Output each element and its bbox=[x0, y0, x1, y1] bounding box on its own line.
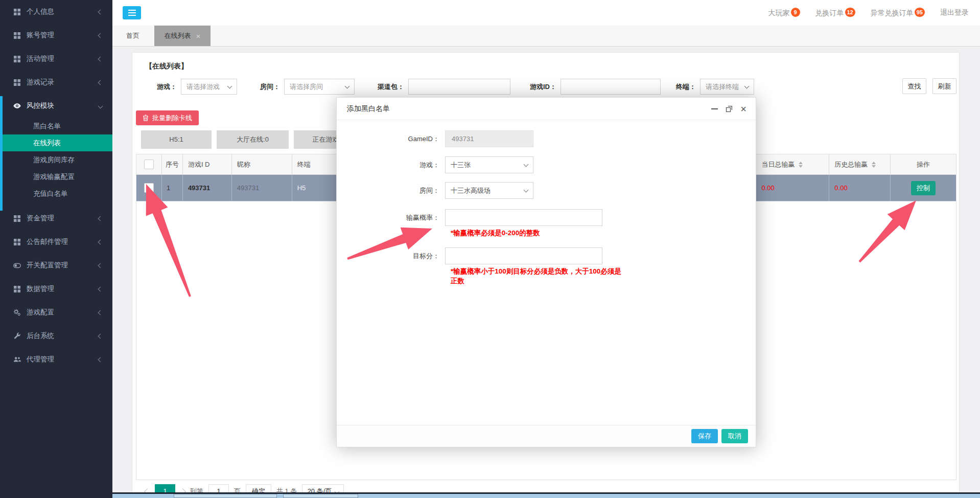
gameid-filter-label: 游戏ID： bbox=[530, 82, 556, 92]
grid-icon bbox=[13, 239, 21, 245]
abnormal-exchange-orders-badge: 95 bbox=[915, 8, 925, 17]
sidebar-item-activity-mgmt[interactable]: 活动管理 bbox=[0, 47, 112, 71]
chevron-down-icon bbox=[524, 187, 529, 192]
header-action: 操作 bbox=[891, 154, 956, 174]
chevron-left-icon bbox=[98, 310, 103, 315]
target-score-hint: *输赢概率小于100则目标分必须是负数，大于100必须是正数 bbox=[451, 266, 622, 286]
chevron-down-icon bbox=[98, 103, 103, 108]
sidebar-item-recharge-whitelist[interactable]: 充值白名单 bbox=[0, 185, 112, 202]
sidebar-item-label: 公告邮件管理 bbox=[27, 237, 99, 246]
close-icon[interactable]: × bbox=[740, 105, 746, 112]
grid-icon bbox=[13, 32, 21, 39]
header-nickname: 昵称 bbox=[232, 154, 292, 174]
modal-gameid-row: GameID： 493731 bbox=[337, 130, 756, 147]
chevron-left-icon bbox=[98, 33, 103, 38]
row-checkbox[interactable] bbox=[144, 183, 154, 193]
tab-online-list[interactable]: 在线列表 × bbox=[154, 26, 211, 46]
sidebar-item-label: 后台系统 bbox=[27, 331, 99, 341]
channel-input[interactable] bbox=[408, 79, 510, 95]
cell-index: 1 bbox=[162, 175, 183, 201]
big-player-link[interactable]: 大玩家9 bbox=[768, 8, 800, 18]
sort-icon[interactable] bbox=[872, 162, 876, 168]
minimize-icon[interactable] bbox=[711, 108, 718, 109]
winloss-prob-label: 输赢概率： bbox=[337, 213, 445, 222]
sidebar-item-account-mgmt[interactable]: 账号管理 bbox=[0, 24, 112, 47]
gameid-input[interactable] bbox=[561, 79, 661, 95]
wrench-icon bbox=[13, 332, 21, 339]
risk-control-submenu: 黑白名单 在线列表 游戏房间库存 游戏输赢配置 充值白名单 bbox=[0, 118, 112, 202]
sidebar-item-mail-notice-mgmt[interactable]: 公告邮件管理 bbox=[0, 230, 112, 254]
control-button[interactable]: 控制 bbox=[911, 181, 936, 195]
header-history-total-label: 历史总输赢 bbox=[834, 160, 868, 169]
cell-action: 控制 bbox=[891, 175, 956, 201]
topbar: 大玩家9 兑换订单12 异常兑换订单95 退出登录 bbox=[112, 0, 980, 26]
sidebar-active-stripe bbox=[0, 96, 3, 211]
header-history-total[interactable]: 历史总输赢 bbox=[829, 154, 891, 174]
topbar-links: 大玩家9 兑换订单12 异常兑换订单95 退出登录 bbox=[768, 0, 969, 26]
stat-tab-h5[interactable]: H5:1 bbox=[141, 130, 212, 149]
save-button[interactable]: 保存 bbox=[691, 429, 718, 443]
target-score-input[interactable] bbox=[445, 247, 602, 264]
sidebar-item-game-room-stock[interactable]: 游戏房间库存 bbox=[0, 151, 112, 168]
trash-icon bbox=[143, 115, 149, 121]
big-player-badge: 9 bbox=[791, 8, 800, 17]
grid-icon bbox=[13, 215, 21, 222]
sidebar-item-data-mgmt[interactable]: 数据管理 bbox=[0, 277, 112, 301]
sidebar-toggle-button[interactable] bbox=[123, 6, 141, 19]
game-select[interactable]: 十三张 bbox=[445, 156, 533, 173]
sidebar-item-backend-system[interactable]: 后台系统 bbox=[0, 324, 112, 348]
tab-label: 在线列表 bbox=[165, 31, 191, 40]
chevron-left-icon bbox=[98, 56, 103, 61]
sidebar-item-black-white-list[interactable]: 黑白名单 bbox=[0, 118, 112, 134]
modal-target-row: 目标分： bbox=[337, 247, 756, 264]
header-checkbox-cell bbox=[136, 154, 162, 174]
sidebar-item-label: 开关配置管理 bbox=[27, 261, 99, 270]
taskbar-window-thumb bbox=[283, 494, 358, 498]
sidebar-item-switch-config-mgmt[interactable]: 开关配置管理 bbox=[0, 254, 112, 277]
sidebar-item-game-records[interactable]: 游戏记录 bbox=[0, 71, 112, 94]
taskbar-edge-blue bbox=[0, 494, 980, 498]
terminal-filter-label: 终端： bbox=[676, 82, 696, 92]
header-today-total-label: 当日总输赢 bbox=[761, 160, 795, 169]
modal-prob-row: 输赢概率： bbox=[337, 209, 756, 226]
modal-title: 添加黑白名单 bbox=[337, 98, 756, 120]
cancel-button[interactable]: 取消 bbox=[721, 429, 748, 443]
select-all-checkbox[interactable] bbox=[144, 160, 154, 169]
sort-icon[interactable] bbox=[799, 162, 803, 168]
sidebar-item-funds-mgmt[interactable]: 资金管理 bbox=[0, 207, 112, 230]
room-label: 房间： bbox=[337, 186, 445, 195]
winloss-prob-input[interactable] bbox=[445, 209, 602, 226]
refresh-button[interactable]: 刷新 bbox=[932, 78, 956, 94]
close-icon[interactable]: × bbox=[196, 32, 201, 40]
sidebar-item-risk-control[interactable]: 风控模块 bbox=[0, 94, 112, 118]
room-select-value: 十三水高级场 bbox=[451, 186, 491, 195]
taskbar-window-thumb bbox=[174, 494, 277, 498]
room-select-value: 请选择房间 bbox=[290, 82, 323, 92]
header-today-total[interactable]: 当日总输赢 bbox=[756, 154, 829, 174]
sidebar-item-agent-mgmt[interactable]: 代理管理 bbox=[0, 348, 112, 371]
chevron-left-icon bbox=[98, 357, 103, 362]
batch-delete-button[interactable]: 批量删除卡线 bbox=[136, 110, 199, 125]
sidebar-item-game-config[interactable]: 游戏配置 bbox=[0, 301, 112, 324]
game-select-value: 十三张 bbox=[451, 161, 471, 170]
sidebar-item-online-list[interactable]: 在线列表 bbox=[0, 134, 112, 151]
room-select[interactable]: 请选择房间 bbox=[284, 79, 355, 95]
maximize-icon[interactable] bbox=[726, 105, 733, 112]
chevron-down-icon bbox=[345, 83, 350, 88]
sidebar-item-game-winloss-config[interactable]: 游戏输赢配置 bbox=[0, 168, 112, 185]
terminal-select[interactable]: 请选择终端 bbox=[700, 79, 754, 95]
abnormal-exchange-orders-label: 异常兑换订单 bbox=[871, 9, 914, 17]
tab-home[interactable]: 首页 bbox=[112, 26, 153, 46]
logout-link[interactable]: 退出登录 bbox=[940, 8, 969, 17]
grid-icon bbox=[13, 56, 21, 62]
sidebar-item-personal-info[interactable]: 个人信息 bbox=[0, 0, 112, 24]
room-select[interactable]: 十三水高级场 bbox=[445, 182, 533, 199]
abnormal-exchange-orders-link[interactable]: 异常兑换订单95 bbox=[871, 8, 925, 18]
exchange-orders-link[interactable]: 兑换订单12 bbox=[815, 8, 855, 18]
target-score-label: 目标分： bbox=[337, 252, 445, 261]
sidebar-item-label: 资金管理 bbox=[27, 214, 99, 223]
stat-tab-lobby-online[interactable]: 大厅在线:0 bbox=[217, 130, 289, 149]
game-select[interactable]: 请选择游戏 bbox=[181, 79, 237, 95]
sidebar-item-label: 代理管理 bbox=[27, 355, 99, 364]
search-button[interactable]: 查找 bbox=[902, 78, 926, 94]
